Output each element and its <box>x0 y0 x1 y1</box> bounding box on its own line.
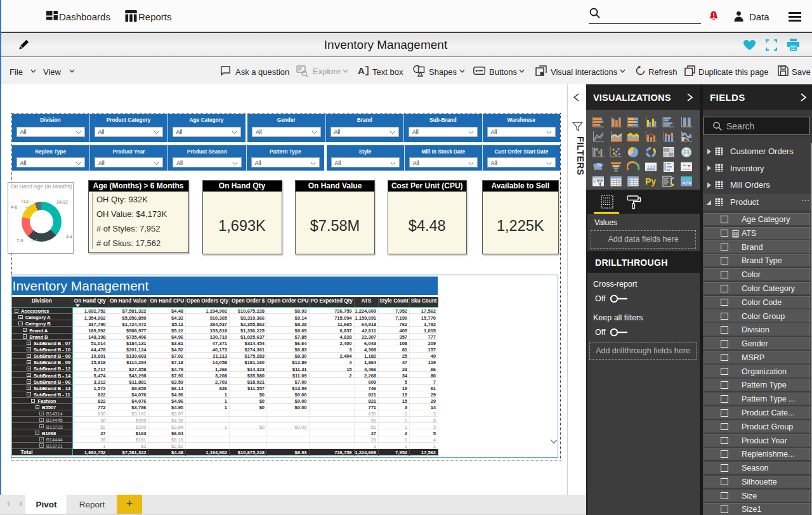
svg-text:</>: </> <box>682 180 691 186</box>
svg-text:Py: Py <box>645 176 656 186</box>
svg-text:A: A <box>358 65 365 76</box>
svg-text:123: 123 <box>647 164 656 169</box>
